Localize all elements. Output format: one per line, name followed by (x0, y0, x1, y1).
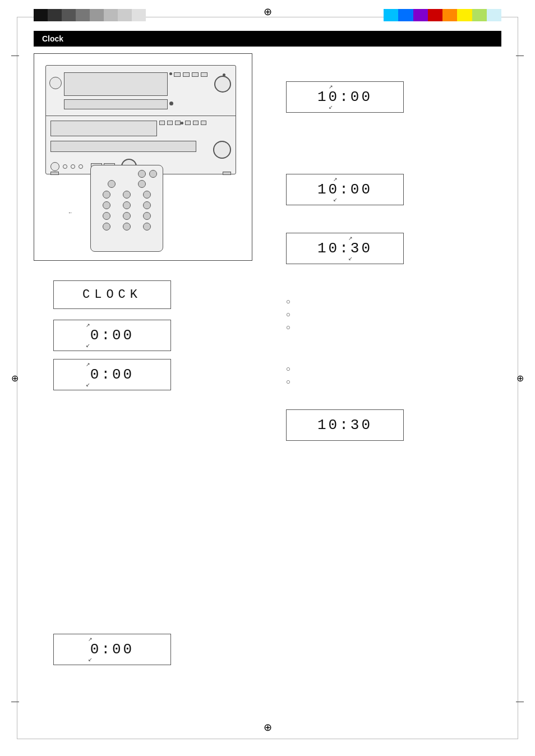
stereo-cd-tray-bottom (50, 141, 196, 152)
stereo-bottom-btns2 (185, 121, 206, 125)
left-margin-mark-bottom: — (11, 697, 19, 706)
r-flash-bottom1: ↙ (329, 104, 333, 110)
stereo-unit (45, 65, 236, 174)
flash-arrow-top-left: ↗ (86, 322, 90, 328)
display-000-blink1: ↗ ↙ 0:00 (53, 320, 171, 351)
display-000-text2: 0:00 (90, 366, 134, 383)
remote-row-4 (96, 212, 157, 220)
display-1030-blink-right: ↗ ↙ 10:30 (286, 233, 404, 264)
stereo-bottom-dot (181, 122, 183, 125)
display-1000-blink-right: ↗ ↙ 10:00 (286, 174, 404, 205)
flash-arrow-bottom-left-2: ↙ (86, 382, 90, 388)
left-crosshair: ⊕ (11, 373, 19, 384)
display-1030-final-text: 10:30 (317, 417, 372, 434)
remote-row-3 (96, 201, 157, 209)
remote-top-row (96, 170, 157, 178)
stereo-cd-tray-top (64, 99, 168, 109)
display-1030-final: 10:30 (286, 409, 404, 441)
stereo-top-buttons (174, 72, 207, 77)
r-flash-bottom3: ↙ (348, 256, 353, 261)
stereo-bottom-display (50, 121, 157, 136)
stereo-right-knob (214, 76, 231, 93)
bottom-crosshair: ⊕ (264, 721, 272, 734)
display-1000-text: 10:00 (317, 89, 372, 105)
r-flash-bottom2: ↙ (333, 197, 338, 202)
device-illustration-box: ← (34, 53, 252, 261)
stereo-display-area (64, 72, 168, 96)
right-bullets-2: ○ ○ (286, 365, 290, 390)
display-000-blink3: ↗ ↙ 0:00 (53, 634, 171, 665)
display-1000-right: ↗ ↙ 10:00 (286, 81, 404, 113)
page-bottom-margin (17, 739, 518, 739)
display-1030-blink-text: 10:30 (317, 240, 372, 257)
remote-row-5 (96, 223, 157, 231)
display-000-text3: 0:00 (90, 641, 134, 658)
stereo-bottom-knob (213, 141, 231, 159)
remote-row-1 (96, 180, 157, 188)
right-crosshair: ⊕ (516, 373, 524, 384)
stereo-bottom-btns1 (159, 121, 181, 125)
stereo-base-left (50, 172, 59, 175)
display-1000-blink-text: 10:00 (317, 181, 372, 198)
flash-arrow-bottom3: ↙ (88, 657, 93, 662)
color-bar-left (34, 9, 146, 21)
stereo-power-dot (169, 72, 172, 75)
header-title: Clock (34, 32, 501, 45)
clock-label-display: CLOCK (53, 280, 171, 309)
display-000-text1: 0:00 (90, 327, 134, 344)
remote-label-arrow: ← (68, 210, 73, 215)
r-flash-top2: ↗ (333, 177, 338, 182)
display-000-blink2: ↗ ↙ 0:00 (53, 359, 171, 390)
clock-label-text: CLOCK (82, 288, 142, 302)
r-flash-top3: ↗ (348, 236, 353, 241)
right-margin-mark-top: — (516, 50, 524, 59)
stereo-top-half (46, 66, 236, 116)
right-margin-mark-bottom: — (516, 697, 524, 706)
remote-row-2 (96, 191, 157, 199)
flash-arrow-top3: ↗ (88, 637, 93, 642)
flash-arrow-top-left-2: ↗ (86, 362, 90, 367)
right-bullets-1: ○ ○ ○ (286, 297, 290, 336)
stereo-tray-dot (169, 102, 173, 105)
left-margin-mark-top: — (11, 50, 19, 59)
r-flash-top1: ↗ (329, 84, 333, 90)
flash-arrow-bottom-left: ↙ (86, 343, 90, 348)
color-bar-right (384, 9, 501, 21)
stereo-base-right (223, 172, 231, 175)
top-center-crosshair: ⊕ (264, 6, 272, 18)
stereo-left-knob (49, 77, 62, 89)
remote-control (90, 165, 163, 252)
